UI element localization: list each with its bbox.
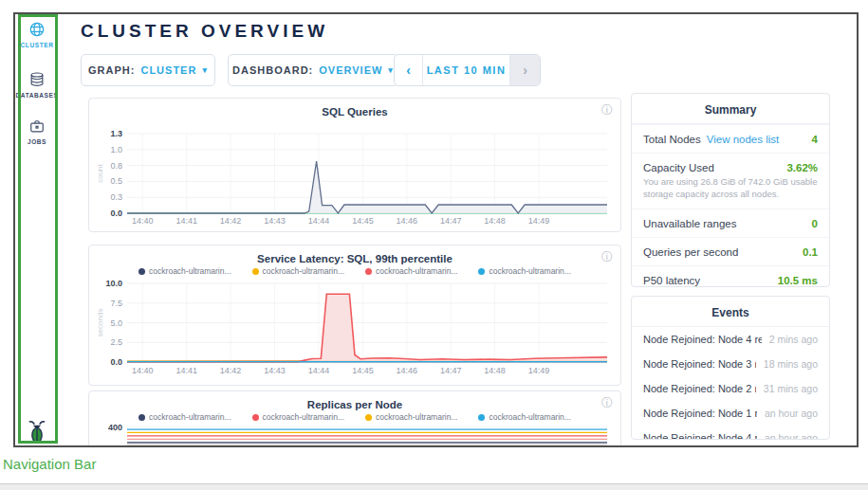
summary-label: Unavailable ranges — [643, 218, 736, 229]
x-tick-label: 14:43 — [264, 216, 286, 226]
database-icon — [28, 70, 46, 89]
x-tick-label: 14:43 — [264, 366, 286, 375]
legend-item[interactable]: cockroach-ultramarin... — [365, 266, 457, 276]
graph-dropdown-value: CLUSTER — [140, 64, 196, 76]
legend-label: cockroach-ultramarin... — [263, 412, 344, 422]
summary-title: Summary — [632, 94, 829, 124]
summary-value: 10.5 ms — [778, 275, 818, 286]
summary-row-queries-per-second: Queries per second 0.1 — [632, 237, 829, 265]
event-label: Node Rejoined: Node 2 rej... — [643, 383, 756, 394]
y-tick-label: 0.0 — [110, 357, 122, 367]
legend-label: cockroach-ultramarin... — [489, 266, 570, 276]
service-latency-chart-card: Service Latency: SQL, 99th percentile ⓘ … — [88, 245, 621, 386]
summary-panel: Summary Total Nodes View nodes list 4 Ca… — [631, 93, 830, 287]
graph-dropdown[interactable]: GRAPH: CLUSTER ▾ — [81, 54, 215, 86]
dashboard-dropdown-value: OVERVIEW — [319, 64, 382, 76]
summary-value: 0 — [812, 218, 818, 229]
time-range-label[interactable]: LAST 10 MIN — [423, 55, 509, 85]
y-tick-label: 1.3 — [110, 129, 122, 138]
info-icon[interactable]: ⓘ — [601, 251, 613, 263]
dashboard-dropdown[interactable]: DASHBOARD: OVERVIEW ▾ — [228, 54, 398, 86]
event-label: Node Rejoined: Node 3 rej... — [643, 358, 756, 370]
time-next-button[interactable]: › — [509, 55, 540, 85]
legend-label: cockroach-ultramarin... — [489, 412, 570, 422]
y-axis-label: seconds — [96, 309, 104, 337]
event-row[interactable]: Node Rejoined: Node 4 rej... 2 mins ago — [632, 327, 829, 352]
event-row[interactable]: Node Rejoined: Node 4 rej... an hour ago — [632, 426, 829, 440]
sidebar-item-label: JOBS — [15, 138, 59, 145]
y-tick-label: 10.0 — [105, 280, 122, 288]
x-tick-label: 14:40 — [132, 216, 154, 226]
legend-item[interactable]: cockroach-ultramarin... — [252, 266, 344, 276]
summary-value: 4 — [812, 134, 818, 145]
legend-label: cockroach-ultramarin... — [376, 412, 457, 422]
legend-item[interactable]: cockroach-ultramarin... — [139, 412, 231, 422]
capacity-used-subtext: You are using 26.8 GiB of 742.0 GiB usab… — [643, 173, 818, 201]
x-tick-label: 14:40 — [132, 366, 154, 375]
x-tick-label: 14:44 — [308, 216, 330, 226]
series-fill-node-3 — [127, 294, 607, 362]
chart-title: Service Latency: SQL, 99th percentile — [89, 245, 620, 264]
sql-queries-chart-card: SQL Queries ⓘ 1.31.00.80.50.30.014:4014:… — [88, 98, 621, 232]
legend-label: cockroach-ultramarin... — [149, 266, 231, 276]
sidebar-item-jobs[interactable]: JOBS — [15, 117, 59, 145]
events-title: Events — [632, 297, 829, 327]
y-axis-label: count — [96, 163, 104, 182]
event-row[interactable]: Node Rejoined: Node 3 rej... 18 mins ago — [632, 352, 829, 376]
sidebar-item-databases[interactable]: DATABASES — [15, 70, 59, 99]
series-fill-node-1 — [127, 443, 607, 447]
event-time: 18 mins ago — [756, 358, 818, 370]
time-prev-button[interactable]: ‹ — [395, 55, 423, 85]
x-tick-label: 14:47 — [440, 366, 462, 375]
legend-dot-icon — [252, 268, 259, 275]
legend-label: cockroach-ultramarin... — [149, 412, 231, 422]
y-tick-label: 1.0 — [110, 145, 122, 154]
y-tick-label: 0.3 — [110, 192, 122, 202]
legend-dot-icon — [365, 414, 372, 421]
x-tick-label: 14:42 — [220, 216, 242, 226]
info-icon[interactable]: ⓘ — [601, 104, 613, 116]
view-nodes-list-link[interactable]: View nodes list — [707, 134, 780, 145]
chart-title: SQL Queries — [89, 99, 620, 118]
x-tick-label: 14:41 — [175, 366, 197, 375]
page: CLUSTER DATABASES — [0, 0, 868, 490]
legend-item[interactable]: cockroach-ultramarin... — [478, 266, 570, 276]
legend-item[interactable]: cockroach-ultramarin... — [252, 412, 344, 422]
page-title: CLUSTER OVERVIEW — [81, 21, 328, 42]
event-time: 2 mins ago — [762, 334, 818, 345]
x-tick-label: 14:49 — [528, 366, 550, 375]
legend-item[interactable]: cockroach-ultramarin... — [365, 412, 457, 422]
x-tick-label: 14:45 — [352, 216, 374, 226]
legend-item[interactable]: cockroach-ultramarin... — [139, 266, 231, 276]
sidebar-item-cluster[interactable]: CLUSTER — [15, 20, 59, 48]
summary-row-capacity-used: Capacity Used 3.62% You are using 26.8 G… — [632, 153, 829, 209]
legend-label: cockroach-ultramarin... — [263, 266, 344, 276]
summary-row-p50-latency: P50 latency 10.5 ms — [632, 265, 829, 287]
y-tick-label: 400 — [108, 423, 122, 432]
summary-row-unavailable-ranges: Unavailable ranges 0 — [632, 209, 829, 237]
chart-legend: cockroach-ultramarin...cockroach-ultrama… — [89, 266, 620, 276]
legend-dot-icon — [478, 268, 485, 275]
event-time: an hour ago — [757, 432, 818, 440]
legend-dot-icon — [365, 268, 372, 275]
summary-label: P50 latency — [643, 275, 700, 286]
globe-icon — [28, 20, 46, 39]
y-tick-label: 7.5 — [110, 299, 122, 308]
event-time: 31 mins ago — [756, 383, 818, 394]
event-row[interactable]: Node Rejoined: Node 1 rej... an hour ago — [632, 401, 829, 426]
legend-item[interactable]: cockroach-ultramarin... — [478, 412, 570, 422]
time-range-selector: ‹ LAST 10 MIN › — [394, 54, 541, 86]
legend-dot-icon — [139, 268, 145, 275]
summary-value: 0.1 — [803, 246, 818, 258]
x-tick-label: 14:41 — [175, 216, 197, 226]
summary-label: Total Nodes — [643, 134, 701, 145]
y-tick-label: 2.5 — [110, 337, 122, 347]
sidebar-item-label: DATABASES — [15, 92, 59, 99]
graph-dropdown-label: GRAPH: — [88, 64, 135, 76]
replicas-per-node-plot: 400 — [95, 422, 615, 447]
y-tick-label: 0.5 — [110, 176, 122, 186]
x-tick-label: 14:44 — [308, 366, 330, 375]
cockroachdb-logo[interactable] — [15, 420, 59, 447]
event-row[interactable]: Node Rejoined: Node 2 rej... 31 mins ago — [632, 376, 829, 401]
info-icon[interactable]: ⓘ — [601, 397, 613, 408]
